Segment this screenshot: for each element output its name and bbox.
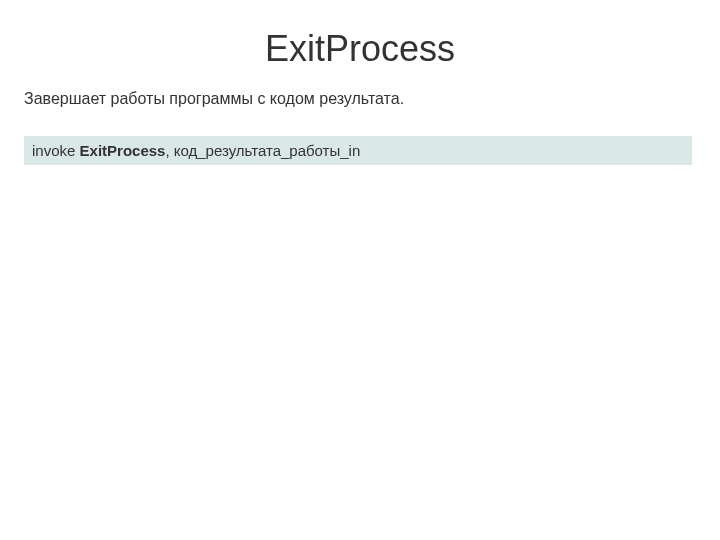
description-text: Завершает работы программы с кодом резул… xyxy=(0,90,720,136)
code-args: , код_результата_работы_in xyxy=(165,142,360,159)
code-block: invoke ExitProcess, код_результата_работ… xyxy=(24,136,692,165)
code-invoke: invoke xyxy=(32,142,80,159)
page-title: ExitProcess xyxy=(0,0,720,90)
code-function-name: ExitProcess xyxy=(80,142,166,159)
